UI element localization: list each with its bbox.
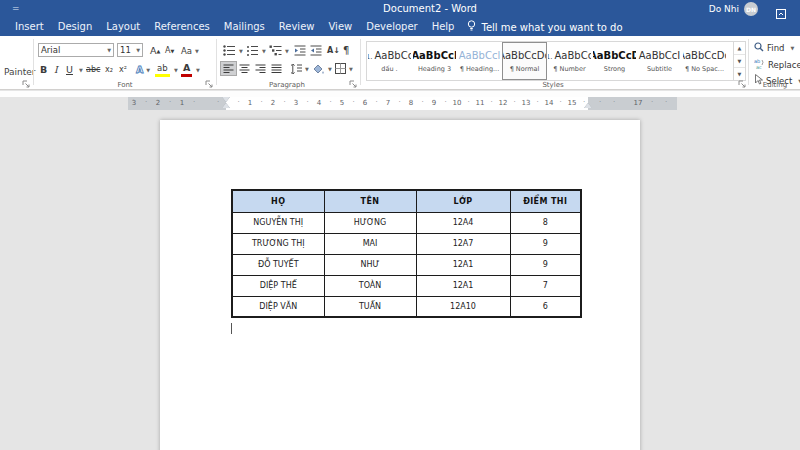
style-preview: AaBbCc: [375, 50, 412, 62]
table-cell[interactable]: 12A7: [416, 233, 510, 254]
styles-scroll-up-icon[interactable]: ▲: [734, 42, 745, 55]
tell-me-box[interactable]: Tell me what you want to do: [467, 20, 622, 34]
tab-help[interactable]: Help: [425, 18, 462, 36]
ruler-mark: 10: [453, 99, 462, 107]
table-cell[interactable]: HƯƠNG: [324, 212, 416, 233]
font-size-combo[interactable]: 11▼: [117, 43, 143, 57]
table-cell[interactable]: 7: [510, 275, 581, 296]
table-cell[interactable]: 12A1: [416, 254, 510, 275]
font-color-button[interactable]: A: [181, 62, 192, 77]
tab-references[interactable]: References: [147, 18, 217, 36]
text-effects-button[interactable]: A▼: [134, 62, 152, 77]
table-cell[interactable]: 9: [510, 254, 581, 275]
table-cell[interactable]: 12A10: [416, 296, 510, 317]
tab-review[interactable]: Review: [272, 18, 322, 36]
table-header-cell[interactable]: TÊN: [324, 190, 416, 212]
tab-insert[interactable]: Insert: [8, 18, 51, 36]
style-item[interactable]: AaBbCcDStrong: [592, 42, 637, 80]
show-hide-pilcrow-button[interactable]: ¶: [341, 43, 351, 58]
table-cell[interactable]: 12A4: [416, 212, 510, 233]
font-dialog-launcher[interactable]: [205, 80, 214, 89]
styles-scroll-down-icon[interactable]: ▼: [734, 55, 745, 68]
decrease-indent-button[interactable]: [292, 43, 308, 58]
table-header-cell[interactable]: HỌ: [232, 190, 324, 212]
hanging-indent-marker[interactable]: [222, 103, 230, 108]
ruler-mark: ·: [217, 98, 219, 106]
style-item[interactable]: 1.AaBbCcdấu .: [367, 42, 412, 80]
style-item[interactable]: AaBbCcl¶ Heading...: [457, 42, 502, 80]
document-page[interactable]: HỌTÊNLỚPĐIỂM THI NGUYỄN THỊHƯƠNG12A48TRƯ…: [160, 120, 640, 450]
styles-group-label: Styles: [518, 81, 588, 89]
sort-button[interactable]: A↓: [325, 43, 342, 58]
table-cell[interactable]: 6: [510, 296, 581, 317]
superscript-button[interactable]: x²: [117, 62, 129, 77]
line-spacing-button[interactable]: ▼: [287, 61, 311, 76]
table-cell[interactable]: NHƯ: [324, 254, 416, 275]
table-cell[interactable]: TOÀN: [324, 275, 416, 296]
chevron-down-icon: ▼: [136, 47, 140, 53]
account-area[interactable]: Do Nhi DN: [709, 2, 758, 16]
bold-button[interactable]: B: [38, 62, 49, 77]
increase-indent-button[interactable]: [308, 43, 324, 58]
table-cell[interactable]: TRƯƠNG THỊ: [232, 233, 324, 254]
editing-group-label: Editing: [740, 81, 800, 89]
font-color-chevron-icon[interactable]: ▼: [196, 67, 200, 73]
ribbon-tab-row: InsertDesignLayoutReferencesMailingsRevi…: [0, 18, 800, 36]
avatar[interactable]: DN: [744, 2, 758, 16]
table-header-cell[interactable]: LỚP: [416, 190, 510, 212]
first-line-indent-marker[interactable]: [222, 97, 230, 102]
multilevel-list-button[interactable]: ▼: [267, 43, 291, 58]
right-indent-marker[interactable]: [584, 103, 592, 108]
shading-button[interactable]: ▼: [310, 61, 334, 76]
style-prefix: 1.: [547, 53, 553, 61]
style-item[interactable]: 1.AaBbCc¶ Number: [547, 42, 592, 80]
change-case-button[interactable]: Aa▼: [179, 43, 201, 58]
tab-developer[interactable]: Developer: [359, 18, 424, 36]
grow-font-button[interactable]: A▲: [148, 43, 162, 58]
numbering-button[interactable]: ▼: [244, 43, 268, 58]
table-cell[interactable]: DIỆP VĂN: [232, 296, 324, 317]
table-cell[interactable]: TUẤN: [324, 296, 416, 317]
underline-button[interactable]: U: [64, 62, 75, 77]
text-highlight-button[interactable]: ab: [155, 62, 170, 77]
align-center-button[interactable]: [237, 61, 252, 76]
tab-layout[interactable]: Layout: [99, 18, 147, 36]
italic-button[interactable]: I: [52, 62, 60, 77]
styles-more-icon[interactable]: ▼: [734, 68, 745, 80]
tab-design[interactable]: Design: [51, 18, 100, 36]
table-cell[interactable]: MAI: [324, 233, 416, 254]
paragraph-dialog-launcher[interactable]: [349, 80, 358, 89]
highlight-chevron-icon[interactable]: ▼: [174, 67, 178, 73]
ruler-mark: ·: [237, 98, 239, 106]
table-header-cell[interactable]: ĐIỂM THI: [510, 190, 581, 212]
find-button[interactable]: Find▼: [754, 42, 794, 54]
style-preview: AaBbCcD: [592, 50, 637, 62]
bullets-button[interactable]: ▼: [221, 43, 245, 58]
underline-chevron-icon[interactable]: ▼: [79, 67, 83, 73]
tab-mailings[interactable]: Mailings: [217, 18, 272, 36]
table-cell[interactable]: 12A1: [416, 275, 510, 296]
ribbon-display-options-icon[interactable]: [776, 4, 786, 23]
table-cell[interactable]: NGUYỄN THỊ: [232, 212, 324, 233]
style-item[interactable]: AaBbCcDd¶ Normal: [502, 42, 547, 80]
ruler-mark: ·: [444, 98, 446, 106]
align-left-button[interactable]: [220, 61, 237, 76]
font-name-combo[interactable]: Arial▼: [38, 43, 114, 57]
shrink-font-button[interactable]: A▼: [163, 43, 176, 58]
style-item[interactable]: AaBbCcIHeading 3: [412, 42, 457, 80]
align-right-button[interactable]: [253, 61, 268, 76]
table-cell[interactable]: 8: [510, 212, 581, 233]
replace-button[interactable]: abac Replace: [754, 58, 800, 71]
table-cell[interactable]: DIỆP THẾ: [232, 275, 324, 296]
table-cell[interactable]: ĐỖ TUYẾT: [232, 254, 324, 275]
ruler-mark: ·: [559, 98, 561, 106]
borders-button[interactable]: ▼: [333, 61, 355, 76]
table-cell[interactable]: 9: [510, 233, 581, 254]
style-item[interactable]: AaBbCcISubtitle: [637, 42, 682, 80]
style-item[interactable]: AaBbCcDd¶ No Spac...: [682, 42, 727, 80]
subscript-button[interactable]: x₂: [103, 62, 115, 77]
strikethrough-button[interactable]: abc: [84, 62, 102, 77]
tab-view[interactable]: View: [321, 18, 359, 36]
justify-button[interactable]: [269, 61, 284, 76]
clipboard-dialog-launcher[interactable]: [22, 80, 31, 89]
